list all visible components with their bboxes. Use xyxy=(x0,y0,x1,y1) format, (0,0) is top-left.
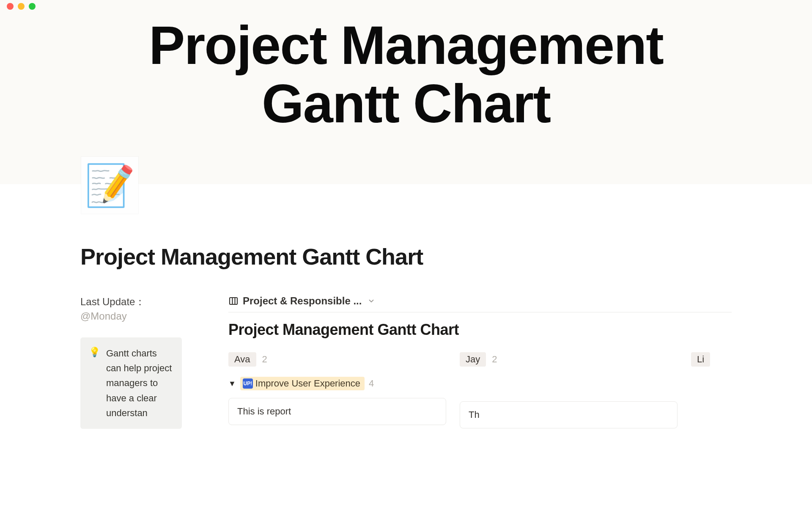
hero-banner: Project Management Gantt Chart 📝 xyxy=(0,13,812,184)
card-title: Th xyxy=(469,409,480,420)
group-header[interactable]: Ava 2 xyxy=(228,352,446,367)
database-title[interactable]: Project Management Gantt Chart xyxy=(228,321,732,339)
view-name: Project & Responsible ... xyxy=(243,295,362,307)
close-window-button[interactable] xyxy=(7,3,14,10)
board-group-column: Ava 2 ▼ UP! Improve User Experience 4 Th… xyxy=(228,352,446,428)
callout-text[interactable]: Gantt charts can help project managers t… xyxy=(106,346,173,420)
toggle-triangle-icon[interactable]: ▼ xyxy=(228,379,236,388)
board-group-column: Jay 2 Th xyxy=(460,352,678,428)
main-column: Project & Responsible ... Project Manage… xyxy=(228,295,732,429)
board-groups-row: Ava 2 ▼ UP! Improve User Experience 4 Th… xyxy=(228,352,732,428)
last-update-value[interactable]: @Monday xyxy=(80,310,182,322)
lightbulb-icon: 💡 xyxy=(89,346,100,420)
subgroup-count: 4 xyxy=(369,378,374,389)
board-card[interactable]: Th xyxy=(460,401,678,428)
subgroup-header[interactable]: ▼ UP! Improve User Experience 4 xyxy=(228,377,446,390)
card-title: This is report xyxy=(237,406,291,417)
sidebar-column: Last Update： @Monday 💡 Gantt charts can … xyxy=(80,295,182,429)
group-tag: Ava xyxy=(228,352,256,367)
hero-title-line1: Project Management xyxy=(17,16,795,75)
info-callout: 💡 Gantt charts can help project managers… xyxy=(80,337,182,429)
board-group-column: Li xyxy=(691,352,732,428)
group-header[interactable]: Jay 2 xyxy=(460,352,678,367)
group-count: 2 xyxy=(492,354,497,365)
group-count: 2 xyxy=(262,354,267,365)
page-content: Project Management Gantt Chart Last Upda… xyxy=(0,184,812,429)
up-badge-icon: UP! xyxy=(243,378,253,389)
window-titlebar xyxy=(0,0,812,13)
group-tag: Li xyxy=(691,352,710,367)
subgroup-name: Improve User Experience xyxy=(255,378,360,389)
maximize-window-button[interactable] xyxy=(29,3,36,10)
page-icon[interactable]: 📝 xyxy=(81,157,138,214)
view-switcher[interactable]: Project & Responsible ... xyxy=(228,295,732,312)
last-update-label: Last Update： xyxy=(80,295,182,309)
hero-title-line2: Gantt Chart xyxy=(17,75,795,133)
svg-rect-0 xyxy=(230,298,237,304)
chevron-down-icon xyxy=(368,297,375,305)
board-view-icon xyxy=(228,296,239,306)
page-title[interactable]: Project Management Gantt Chart xyxy=(80,243,732,270)
board-card[interactable]: This is report xyxy=(228,398,446,425)
group-header[interactable]: Li xyxy=(691,352,732,367)
minimize-window-button[interactable] xyxy=(18,3,25,10)
group-tag: Jay xyxy=(460,352,486,367)
subgroup-pill: UP! Improve User Experience xyxy=(240,377,365,390)
